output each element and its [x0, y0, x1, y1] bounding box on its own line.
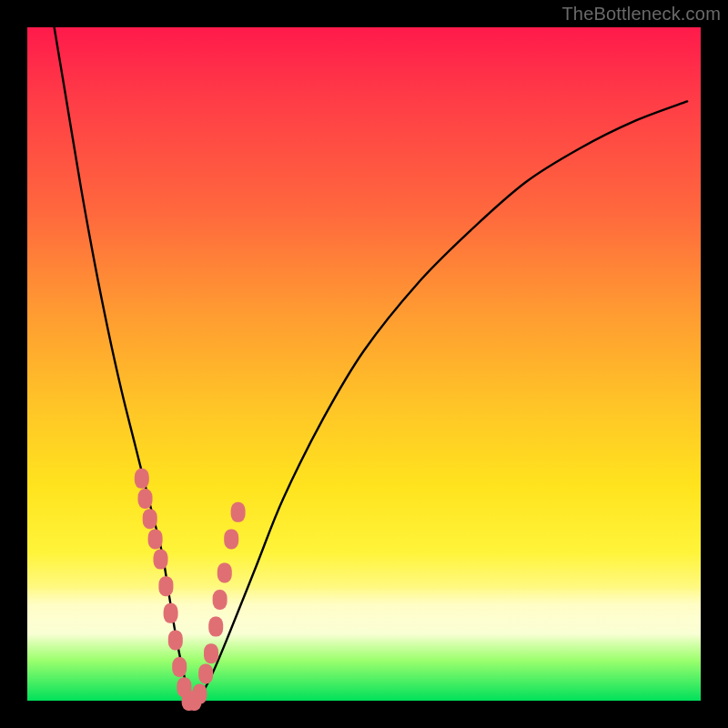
highlight-marker: [204, 643, 218, 663]
highlight-marker: [135, 469, 149, 489]
watermark-text: TheBottleneck.com: [561, 4, 721, 25]
highlight-marker: [138, 489, 153, 509]
highlight-marker: [224, 529, 238, 549]
highlight-marker: [148, 529, 163, 549]
chart-frame: TheBottleneck.com: [0, 0, 728, 728]
bottleneck-curve: [55, 27, 688, 702]
highlight-marker: [217, 562, 232, 582]
highlight-marker: [168, 630, 183, 650]
plot-area: [27, 27, 701, 701]
highlight-marker: [143, 509, 157, 529]
highlight-marker: [192, 684, 207, 704]
highlight-marker: [198, 663, 213, 683]
highlight-marker: [231, 502, 246, 522]
highlight-marker: [164, 603, 178, 623]
highlight-marker: [158, 576, 173, 596]
highlight-marker: [208, 617, 223, 637]
highlight-marker: [172, 657, 187, 677]
highlight-marker: [213, 590, 228, 610]
chart-svg: [27, 27, 701, 701]
highlight-markers: [135, 469, 246, 711]
highlight-marker: [154, 550, 168, 570]
